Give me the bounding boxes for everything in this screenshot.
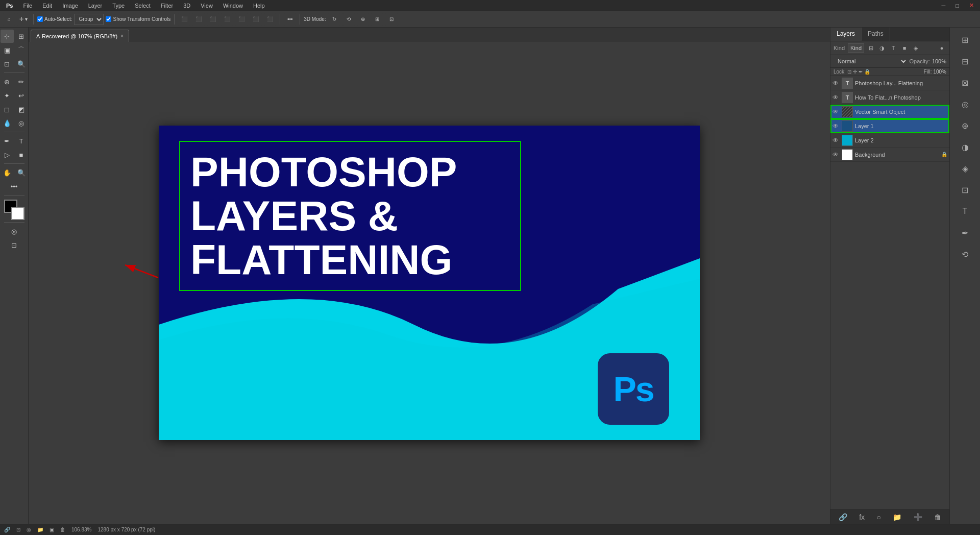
panel-icon-8[interactable]: ⊡: [955, 180, 975, 200]
panel-icon-11[interactable]: ⟲: [955, 244, 975, 264]
status-icon-2[interactable]: ⊡: [16, 527, 20, 532]
layer-visibility-icon[interactable]: 👁: [832, 123, 840, 130]
panel-icon-7[interactable]: ◈: [955, 158, 975, 179]
layer-visibility-icon[interactable]: 👁: [832, 108, 840, 115]
status-icon-6[interactable]: 🗑: [60, 527, 65, 532]
menu-file[interactable]: File: [21, 2, 34, 10]
panel-icon-4[interactable]: ◎: [955, 94, 975, 114]
layer-visibility-icon[interactable]: 👁: [832, 151, 840, 158]
lock-all-icon[interactable]: 🔒: [864, 69, 870, 75]
filter-adj-icon[interactable]: ◑: [877, 43, 887, 53]
align-right-btn[interactable]: ⬛: [207, 13, 219, 26]
status-link-icon[interactable]: 🔗: [4, 527, 10, 532]
eraser-tool[interactable]: ◻: [1, 103, 14, 116]
layer-visibility-icon[interactable]: 👁: [832, 94, 840, 101]
pen-tool[interactable]: ✒: [1, 134, 14, 148]
window-close[interactable]: ✕: [967, 1, 976, 10]
lock-position-icon[interactable]: ✛: [853, 69, 857, 75]
lasso-tool[interactable]: ⌒: [15, 43, 28, 57]
eyedropper-tool[interactable]: 🔍: [15, 57, 28, 70]
history-tool[interactable]: ↩: [15, 89, 28, 102]
distribute-btn[interactable]: ⬛: [264, 13, 276, 26]
panel-icon-5[interactable]: ⊕: [955, 115, 975, 136]
status-icon-4[interactable]: 📁: [37, 527, 43, 532]
align-bottom-btn[interactable]: ⬛: [250, 13, 262, 26]
quick-mask-btn[interactable]: ◎: [8, 225, 21, 238]
canvas-wrapper[interactable]: PHOTOSHOP LAYERS & FLATTENING Ps: [29, 42, 830, 524]
layer-row[interactable]: 👁 Vector Smart Object: [830, 105, 949, 119]
window-minimize[interactable]: ─: [940, 2, 948, 10]
path-select-tool[interactable]: ▷: [1, 148, 14, 161]
3d-scale-btn[interactable]: ⊡: [385, 13, 398, 26]
filter-smart-icon[interactable]: ◈: [911, 43, 920, 53]
layer-row[interactable]: 👁 Layer 2: [830, 133, 949, 148]
type-tool[interactable]: T: [15, 134, 28, 148]
filter-kind-dropdown[interactable]: Kind: [848, 43, 864, 53]
auto-select-check[interactable]: [37, 16, 43, 22]
new-layer-btn[interactable]: ➕: [912, 512, 924, 522]
layers-tab[interactable]: Layers: [830, 28, 862, 41]
gradient-tool[interactable]: ◩: [15, 103, 28, 116]
filter-type-icon[interactable]: T: [889, 43, 898, 53]
dodge-tool[interactable]: ◎: [15, 116, 28, 130]
delete-layer-btn[interactable]: 🗑: [932, 512, 943, 522]
menu-view[interactable]: View: [199, 2, 215, 10]
menu-help[interactable]: Help: [251, 2, 267, 10]
add-mask-btn[interactable]: ○: [874, 512, 883, 522]
more-options-btn[interactable]: •••: [284, 13, 296, 26]
more-tools-btn[interactable]: •••: [8, 180, 21, 193]
panel-icon-2[interactable]: ⊟: [955, 51, 975, 71]
layer-visibility-icon[interactable]: 👁: [832, 137, 840, 144]
status-icon-5[interactable]: ▣: [50, 527, 54, 532]
clone-tool[interactable]: ✦: [1, 89, 14, 102]
screen-mode-btn[interactable]: ⊡: [8, 238, 21, 252]
align-center-btn[interactable]: ⬛: [192, 13, 205, 26]
heal-tool[interactable]: ⊕: [1, 75, 14, 88]
align-left-btn[interactable]: ⬛: [178, 13, 190, 26]
menu-3d[interactable]: 3D: [181, 2, 192, 10]
layer-row[interactable]: 👁 T How To Flat...n Photoshop: [830, 90, 949, 105]
panel-icon-9[interactable]: T: [955, 201, 975, 222]
fill-value[interactable]: 100%: [933, 69, 946, 75]
crop-tool[interactable]: ⊡: [1, 57, 14, 70]
link-layers-btn[interactable]: 🔗: [837, 512, 849, 522]
filter-pixel-icon[interactable]: ⊞: [866, 43, 875, 53]
status-icon-3[interactable]: ◎: [27, 527, 31, 532]
move-tool[interactable]: ⊹: [1, 30, 14, 43]
tab-close-btn[interactable]: ×: [120, 33, 124, 39]
layer-row[interactable]: 👁 Layer 1: [830, 119, 949, 133]
background-color[interactable]: [11, 207, 24, 220]
3d-roll-btn[interactable]: ⊕: [357, 13, 369, 26]
menu-image[interactable]: Image: [60, 2, 80, 10]
add-style-btn[interactable]: fx: [857, 512, 867, 522]
menu-window[interactable]: Window: [221, 2, 245, 10]
layer-row[interactable]: 👁 T Photoshop Lay... Flattening: [830, 76, 949, 90]
align-top-btn[interactable]: ⬛: [221, 13, 233, 26]
lock-artboard-icon[interactable]: ✒: [859, 69, 863, 75]
move-tool-btn[interactable]: ✛ ▾: [17, 13, 30, 26]
filter-shape-icon[interactable]: ■: [900, 43, 909, 53]
blend-mode-select[interactable]: Normal: [834, 57, 908, 66]
align-middle-btn[interactable]: ⬛: [235, 13, 248, 26]
shape-tool[interactable]: ■: [15, 148, 28, 161]
new-group-btn[interactable]: 📁: [891, 512, 903, 522]
opacity-value[interactable]: 100%: [932, 58, 946, 64]
window-restore[interactable]: □: [953, 2, 961, 10]
panel-icon-3[interactable]: ⊠: [955, 72, 975, 93]
panel-icon-6[interactable]: ◑: [955, 137, 975, 157]
3d-orbit-btn[interactable]: ↻: [328, 13, 340, 26]
paths-tab[interactable]: Paths: [862, 28, 890, 41]
panel-icon-1[interactable]: ⊞: [955, 30, 975, 50]
3d-slide-btn[interactable]: ⊞: [371, 13, 383, 26]
menu-filter[interactable]: Filter: [159, 2, 175, 10]
brush-tool[interactable]: ✏: [15, 75, 28, 88]
3d-pan-btn[interactable]: ⟲: [342, 13, 355, 26]
panel-icon-10[interactable]: ✒: [955, 223, 975, 243]
menu-ps[interactable]: Ps: [4, 2, 15, 10]
menu-edit[interactable]: Edit: [40, 2, 54, 10]
hand-tool[interactable]: ✋: [1, 166, 14, 179]
zoom-tool[interactable]: 🔍: [15, 166, 28, 179]
lock-pixels-icon[interactable]: ⊡: [847, 69, 851, 75]
auto-select-dropdown[interactable]: Group Layer: [74, 14, 104, 25]
document-tab[interactable]: A-Recovered @ 107% (RGB/8#) ×: [31, 30, 129, 42]
